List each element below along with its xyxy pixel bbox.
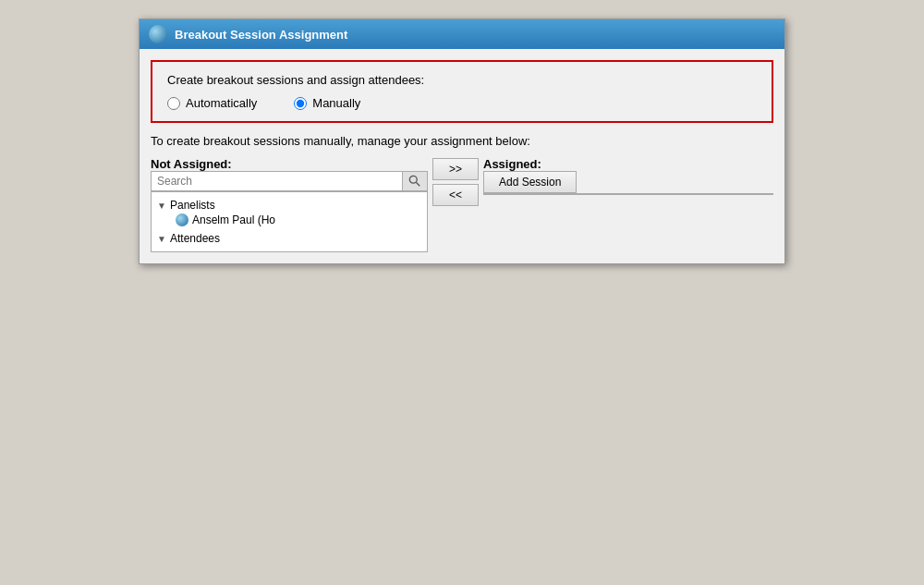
tree-item-attendees[interactable]: ▼ Attendees [155,229,423,248]
search-icon [408,175,421,188]
title-bar: Breakout Session Assignment [140,19,784,49]
assigned-area [483,193,773,195]
svg-line-1 [416,182,419,186]
svg-point-0 [409,176,417,183]
move-left-button[interactable]: << [432,184,479,206]
window-title: Breakout Session Assignment [175,28,347,42]
automatically-option[interactable]: Automatically [167,96,257,110]
automatically-radio[interactable] [167,97,180,110]
anselm-paul-label: Anselm Paul (Ho [192,213,275,226]
search-button[interactable] [402,172,427,190]
radio-group: Automatically Manually [167,96,757,110]
tree-item-panelists[interactable]: ▼ Panelists Anselm Paul (Ho [155,196,423,229]
globe-icon [149,25,167,43]
assignment-mode-box: Create breakout sessions and assign atte… [151,60,773,123]
main-window: Breakout Session Assignment Create break… [139,18,785,264]
move-right-button[interactable]: >> [432,158,479,180]
not-assigned-tree: ▼ Panelists Anselm Paul (Ho [151,191,428,252]
radio-box-label: Create breakout sessions and assign atte… [167,73,757,87]
manually-label: Manually [312,96,360,110]
attendees-arrow: ▼ [157,234,166,244]
anselm-globe-icon [176,213,188,226]
not-assigned-section: Not Assigned: ▼ Panel [151,157,428,252]
assigned-section: Assigned: Add Session [483,157,773,252]
not-assigned-header: Not Assigned: [151,157,428,171]
manually-option[interactable]: Manually [294,96,360,110]
automatically-label: Automatically [186,96,257,110]
assigned-header: Assigned: [483,157,773,171]
instruction-text: To create breakout sessions manually, ma… [151,134,773,148]
panelists-children: Anselm Paul (Ho [155,213,423,227]
panelists-label: Panelists [170,199,215,212]
window-content: Create breakout sessions and assign atte… [140,49,784,263]
middle-buttons-section: >> << [428,157,483,252]
search-input[interactable] [152,172,402,190]
manually-radio[interactable] [294,97,307,110]
search-box [151,171,428,191]
anselm-paul-row[interactable]: Anselm Paul (Ho [174,213,423,227]
main-columns: Not Assigned: ▼ Panel [151,157,773,252]
add-session-button[interactable]: Add Session [483,171,577,193]
attendees-label: Attendees [170,232,220,245]
panelists-arrow: ▼ [157,201,166,211]
